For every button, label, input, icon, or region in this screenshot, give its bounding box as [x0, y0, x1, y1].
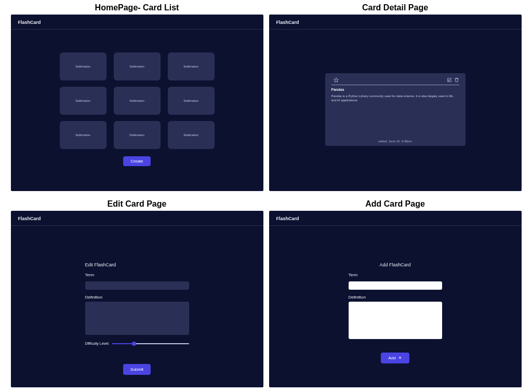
plus-icon [398, 356, 402, 360]
flashcard-item[interactable]: Sublimation [60, 52, 107, 80]
detail-card: Pandas Pandas is a Python Library common… [325, 73, 466, 146]
homepage-title: HomePage- Card List [95, 3, 179, 12]
definition-label: Definition [349, 295, 442, 300]
flashcard-item[interactable]: Sublimation [114, 52, 161, 80]
app-title: FlashCard [11, 15, 263, 30]
homepage-screen: FlashCard Sublimation Sublimation Sublim… [11, 15, 263, 191]
edit-cell: Edit Card Page FlashCard Edit FlashCard … [10, 196, 263, 387]
edit-icon[interactable] [447, 77, 452, 83]
term-label: Term [349, 273, 442, 277]
edit-form: Edit FlashCard Term Definition Difficult… [85, 262, 189, 375]
add-screen: FlashCard Add FlashCard Term Definition … [269, 211, 522, 387]
submit-row: Submit [85, 364, 189, 375]
add-heading: Add FlashCard [349, 262, 442, 267]
card-term: Pandas [331, 88, 459, 91]
edit-body: Edit FlashCard Term Definition Difficult… [11, 226, 263, 387]
wireframe-grid: HomePage- Card List FlashCard Sublimatio… [0, 0, 532, 392]
detail-screen: FlashCard Pandas [269, 15, 522, 191]
difficulty-label: Difficulty Level: [85, 342, 110, 345]
flashcard-item[interactable]: Sublimation [114, 87, 161, 115]
detail-title: Card Detail Page [362, 3, 428, 12]
add-row: Add [349, 353, 442, 363]
add-title: Add Card Page [365, 199, 425, 209]
detail-body: Pandas Pandas is a Python Library common… [269, 30, 522, 191]
edit-title: Edit Card Page [108, 199, 167, 209]
definition-label: Definition [85, 295, 189, 300]
term-label: Term [85, 273, 189, 277]
add-button-label: Add [388, 356, 395, 360]
app-title: FlashCard [269, 211, 522, 226]
create-button[interactable]: Create [123, 156, 150, 166]
trash-icon[interactable] [454, 77, 459, 83]
edit-screen: FlashCard Edit FlashCard Term Definition… [11, 211, 263, 387]
definition-textarea[interactable] [349, 302, 442, 339]
svg-marker-0 [334, 78, 338, 82]
flashcard-item[interactable]: Sublimation [168, 52, 215, 80]
flashcard-item[interactable]: Sublimation [168, 121, 215, 149]
add-button[interactable]: Add [381, 353, 409, 363]
difficulty-slider[interactable] [112, 341, 189, 346]
slider-thumb[interactable] [132, 342, 136, 346]
homepage-cell: HomePage- Card List FlashCard Sublimatio… [10, 0, 263, 191]
detail-toolbar [331, 77, 459, 85]
app-title: FlashCard [11, 211, 263, 226]
submit-button[interactable]: Submit [123, 364, 151, 375]
slider-fill [112, 343, 134, 344]
definition-textarea[interactable] [85, 302, 189, 335]
edit-heading: Edit FlashCard [85, 262, 189, 267]
flashcard-item[interactable]: Sublimation [168, 87, 215, 115]
term-input[interactable] [349, 281, 442, 290]
star-icon[interactable] [334, 77, 339, 83]
card-edited-label: edited: June 10 ,4:30pm [331, 140, 459, 143]
difficulty-row: Difficulty Level: [85, 341, 189, 346]
add-body: Add FlashCard Term Definition Add [269, 226, 522, 387]
flashcard-item[interactable]: Sublimation [114, 121, 161, 149]
flashcard-item[interactable]: Sublimation [60, 121, 107, 149]
card-definition: Pandas is a Python Library commonly used… [331, 94, 459, 140]
add-form: Add FlashCard Term Definition Add [349, 262, 442, 363]
flashcard-item[interactable]: Sublimation [60, 87, 107, 115]
add-cell: Add Card Page FlashCard Add FlashCard Te… [269, 196, 522, 387]
app-title: FlashCard [269, 15, 522, 30]
term-input[interactable] [85, 281, 189, 290]
card-grid: Sublimation Sublimation Sublimation Subl… [11, 30, 263, 149]
homepage-body: Sublimation Sublimation Sublimation Subl… [11, 30, 263, 191]
detail-cell: Card Detail Page FlashCard [269, 0, 522, 191]
